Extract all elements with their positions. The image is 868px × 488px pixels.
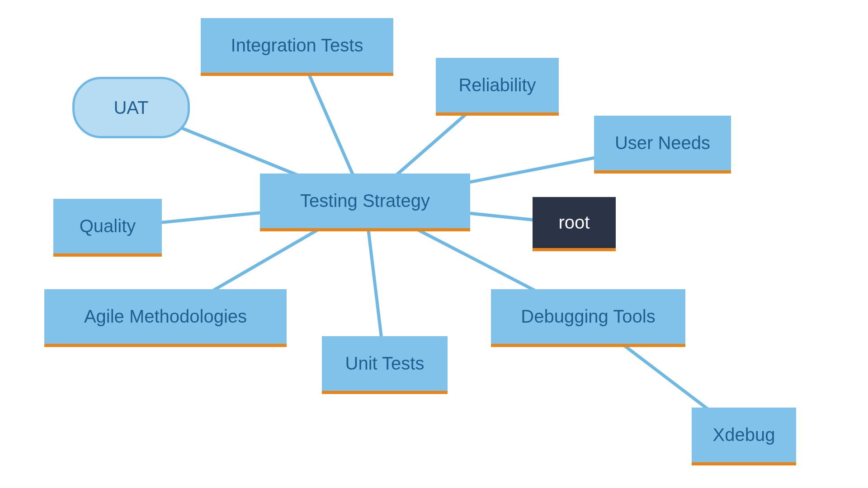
node-label: User Needs xyxy=(615,133,710,153)
node-unittests[interactable]: Unit Tests xyxy=(322,336,448,394)
node-label: root xyxy=(559,212,590,233)
node-label: Reliability xyxy=(458,75,536,95)
node-label: Agile Methodologies xyxy=(84,306,247,327)
node-root[interactable]: root xyxy=(533,197,616,251)
node-label: Unit Tests xyxy=(345,353,425,374)
node-userneeds[interactable]: User Needs xyxy=(594,116,731,174)
node-label: Debugging Tools xyxy=(521,306,655,327)
node-label: Quality xyxy=(80,216,136,236)
node-quality[interactable]: Quality xyxy=(53,199,162,257)
node-integration[interactable]: Integration Tests xyxy=(201,18,393,76)
node-uat[interactable]: UAT xyxy=(72,77,190,138)
node-debugging[interactable]: Debugging Tools xyxy=(491,289,685,347)
node-xdebug[interactable]: Xdebug xyxy=(692,408,796,465)
node-center[interactable]: Testing Strategy xyxy=(260,174,470,231)
node-agile[interactable]: Agile Methodologies xyxy=(44,289,287,347)
node-label: Testing Strategy xyxy=(300,191,430,211)
node-label: Integration Tests xyxy=(231,35,363,56)
node-label: Xdebug xyxy=(713,425,775,445)
node-label: UAT xyxy=(113,98,148,118)
node-reliability[interactable]: Reliability xyxy=(436,58,559,116)
diagram-canvas: Testing StrategyIntegration TestsReliabi… xyxy=(0,0,868,488)
